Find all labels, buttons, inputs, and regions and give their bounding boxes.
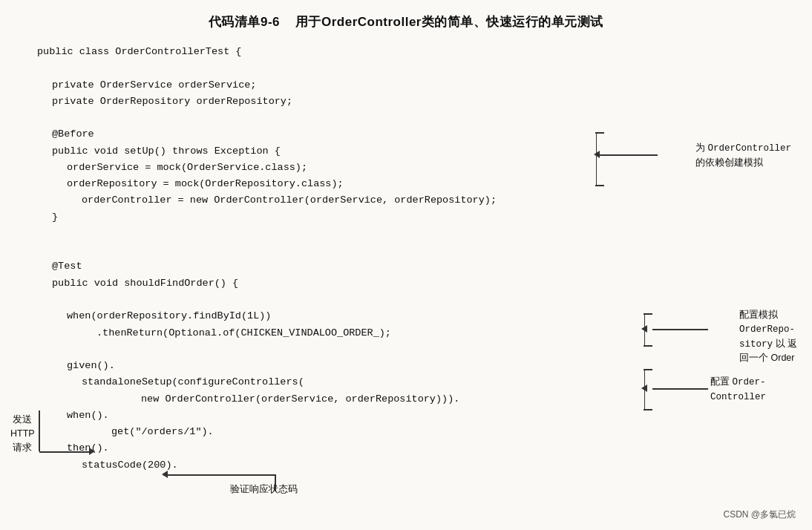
code-block: public class OrderControllerTest { priva…: [22, 44, 790, 474]
arrowhead-ann1: [594, 151, 600, 158]
arrowhead-ann3: [641, 385, 647, 392]
code-line-10: orderController = new OrderController(or…: [37, 192, 790, 209]
arrow-ann5-h: [163, 474, 276, 476]
bracket-h-1: [595, 132, 604, 134]
page-container: 代码清单9-6 用于OrderController类的简单、快速运行的单元测试 …: [0, 0, 812, 530]
code-line-7: public void setUp() throws Exception {: [37, 143, 790, 160]
code-line-6: @Before: [37, 126, 790, 143]
code-line-22: new OrderController(orderService, orderR…: [37, 391, 790, 408]
footer: CSDN @多氯已烷: [723, 508, 796, 521]
code-line-25: then().: [37, 440, 790, 457]
code-line-19: [37, 341, 790, 358]
code-line-14: @Test: [37, 258, 790, 275]
bracket-h-ann3-bot: [644, 409, 652, 410]
code-line-11: }: [37, 209, 790, 226]
code-line-16: [37, 292, 790, 308]
code-line-3: private OrderService orderService;: [37, 77, 790, 94]
arrowhead-ann2: [641, 325, 647, 333]
annotation-4: 发送HTTP请求: [10, 413, 35, 454]
code-line-5: [37, 110, 790, 126]
bracket-v-1: [596, 132, 597, 186]
annotation-5: 验证响应状态码: [230, 482, 298, 496]
code-line-12: [37, 226, 790, 242]
title-description: 用于OrderController类的简单、快速运行的单元测试: [295, 15, 603, 29]
page-title: 代码清单9-6 用于OrderController类的简单、快速运行的单元测试: [22, 13, 790, 30]
code-line-13: [37, 242, 790, 258]
bracket-h-ann2-top: [644, 313, 652, 315]
annotation-1: 为 OrderController 的依赖创建模拟: [695, 141, 791, 170]
title-prefix: 代码清单9-6: [209, 15, 280, 29]
code-line-23: when().: [37, 408, 790, 424]
code-line-20: given().: [37, 358, 790, 374]
code-line-1: public class OrderControllerTest {: [37, 44, 790, 60]
arrow-ann4-v: [39, 410, 40, 451]
annotation-2: 配置模拟 OrderRepo- sitory 以 返 回一个 Order: [739, 308, 797, 365]
arrowhead-ann5: [162, 471, 168, 478]
code-line-8: orderService = mock(OrderService.class);: [37, 160, 790, 176]
code-line-2: [37, 60, 790, 76]
arrow-ann4-h1: [39, 451, 91, 453]
code-line-18: .thenReturn(Optional.of(CHICKEN_VINDALOO…: [37, 325, 790, 341]
code-line-26: statusCode(200).: [37, 457, 790, 474]
code-line-24: get("/orders/1").: [37, 424, 790, 440]
arrowhead-ann4: [89, 448, 95, 455]
arrow-ann1: [597, 154, 658, 156]
arrow-ann2-line: [652, 329, 708, 330]
code-line-9: orderRepository = mock(OrderRepository.c…: [37, 176, 790, 192]
arrow-ann5-v: [275, 475, 276, 491]
code-line-4: private OrderRepository orderRepository;: [37, 94, 790, 110]
arrow-ann3-line: [652, 388, 708, 390]
code-line-15: public void shouldFindOrder() {: [37, 275, 790, 292]
bracket-h-2: [595, 185, 604, 186]
annotation-3: 配置 Order- Controller: [710, 375, 766, 405]
code-line-17: when(orderRepository.findById(1L)): [37, 308, 790, 324]
bracket-h-ann3-top: [644, 369, 652, 370]
footer-text: CSDN @多氯已烷: [723, 509, 796, 520]
bracket-h-ann2-bot: [644, 345, 652, 347]
